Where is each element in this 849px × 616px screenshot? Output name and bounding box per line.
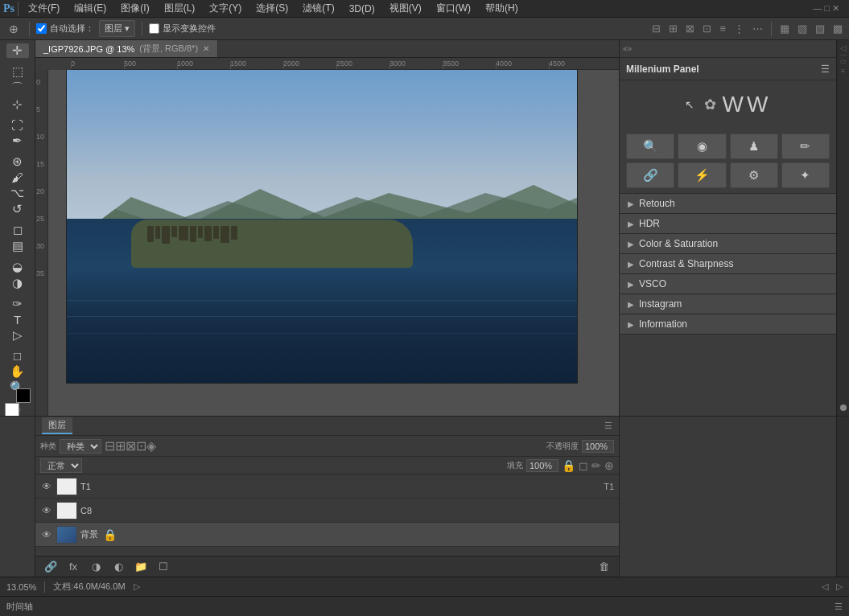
align-icon-1[interactable]: ⊟	[650, 23, 662, 35]
layer-row-c8[interactable]: 👁 C8	[35, 499, 619, 523]
opacity-input[interactable]	[582, 440, 614, 453]
brush-tool[interactable]: 🖌	[6, 170, 29, 184]
layers-panel-menu[interactable]: ☰	[604, 421, 612, 431]
eraser-tool[interactable]: ◻	[6, 223, 29, 237]
fill-input[interactable]	[526, 459, 558, 472]
selection-tool[interactable]: ⬚	[6, 64, 29, 79]
document-tab[interactable]: _IGP7926.JPG @ 13% (背景, RGB/8*) ✕	[35, 40, 218, 57]
lock-icon[interactable]: 🔒	[562, 459, 575, 472]
link-layers-btn[interactable]: 🔗	[42, 559, 60, 575]
align-icon-4[interactable]: ⊡	[701, 23, 713, 35]
bg-color-swatch[interactable]	[16, 388, 31, 403]
layout-icon-3[interactable]: ▨	[814, 23, 826, 35]
accordion-hdr-header[interactable]: ▶ HDR	[620, 214, 836, 233]
status-scroll-right[interactable]: ▷	[836, 581, 843, 592]
fg-color-swatch[interactable]	[5, 403, 19, 416]
add-style-btn[interactable]: fx	[64, 559, 82, 575]
accordion-retouch-header[interactable]: ▶ Retouch	[620, 194, 836, 213]
layer-type-select[interactable]: 图层 ▾	[99, 20, 135, 37]
status-expand-btn[interactable]: ▷	[134, 581, 140, 592]
text-tool[interactable]: T	[6, 313, 29, 326]
layer-t1-visibility[interactable]: 👁	[40, 480, 53, 493]
panel-tool6-btn[interactable]: ⚡	[678, 162, 726, 188]
shape-tool[interactable]: □	[6, 349, 29, 363]
layout-icon-1[interactable]: ▦	[778, 23, 791, 35]
menu-select[interactable]: 选择(S)	[249, 0, 295, 17]
menu-image[interactable]: 图像(I)	[114, 0, 155, 17]
far-right-btn-3[interactable]: ≡	[841, 68, 845, 75]
menu-edit[interactable]: 编辑(E)	[68, 0, 113, 17]
menu-file[interactable]: 文件(F)	[22, 0, 66, 17]
spot-heal-tool[interactable]: ⊛	[6, 154, 29, 169]
far-right-btn-2[interactable]: ▭	[840, 58, 847, 65]
transform-checkbox[interactable]: 显示变换控件	[149, 23, 216, 35]
layout-icon-4[interactable]: ▩	[831, 23, 844, 35]
accordion-color-header[interactable]: ▶ Color & Saturation	[620, 234, 836, 253]
gradient-tool[interactable]: ▤	[6, 239, 29, 253]
accordion-information-header[interactable]: ▶ Information	[620, 314, 836, 334]
move-tool[interactable]: ✛	[6, 43, 29, 58]
distribute-icon-2[interactable]: ⋮	[732, 23, 746, 35]
align-icon-3[interactable]: ⊠	[684, 23, 696, 35]
layers-tab[interactable]: 图层	[42, 417, 72, 434]
panel-collapse-arrows[interactable]: «»	[623, 44, 632, 53]
layer-c8-visibility[interactable]: 👁	[40, 504, 53, 517]
distribute-icon-1[interactable]: ≡	[718, 23, 727, 35]
add-layer-btn[interactable]: ☐	[155, 559, 172, 575]
dodge-tool[interactable]: ◑	[6, 276, 29, 290]
menu-view[interactable]: 视图(V)	[383, 0, 428, 17]
blend-mode-select[interactable]: 正常	[40, 458, 82, 473]
add-adjustment-btn[interactable]: ◐	[109, 559, 127, 575]
menu-filter[interactable]: 滤镜(T)	[296, 0, 340, 17]
tab-close-btn[interactable]: ✕	[203, 44, 209, 53]
canvas-image[interactable]	[66, 70, 578, 384]
canvas-main[interactable]	[48, 70, 619, 416]
history-brush[interactable]: ↺	[6, 202, 29, 216]
hand-tool[interactable]: ✋	[6, 364, 29, 379]
layer-row-t1[interactable]: 👁 T1 T1	[35, 474, 619, 499]
status-scroll-left[interactable]: ◁	[822, 581, 828, 592]
blur-tool[interactable]: ◒	[6, 260, 29, 274]
panel-eye-btn[interactable]: ◉	[678, 133, 726, 159]
accordion-contrast-header[interactable]: ▶ Contrast & Sharpness	[620, 254, 836, 273]
menu-layer[interactable]: 图层(L)	[158, 0, 202, 17]
accordion-instagram-header[interactable]: ▶ Instagram	[620, 294, 836, 314]
panel-zoom-btn[interactable]: 🔍	[626, 133, 674, 159]
crop-tool[interactable]: ⛶	[6, 118, 29, 132]
timeline-menu[interactable]: ☰	[835, 602, 843, 612]
panel-collapse-bar: «»	[620, 40, 836, 58]
layout-icon-2[interactable]: ▧	[796, 23, 809, 35]
distribute-icon-3[interactable]: ⋯	[751, 23, 765, 35]
lock-position-icon[interactable]: ⊕	[604, 459, 614, 472]
panel-cpu-btn[interactable]: ⚙	[730, 162, 778, 188]
pen-tool[interactable]: ✑	[6, 297, 29, 311]
move-tool-icon[interactable]: ⊕	[5, 20, 23, 38]
far-right-btn-1[interactable]: ◁	[840, 43, 847, 52]
align-icon-2[interactable]: ⊞	[667, 23, 679, 35]
clone-tool[interactable]: ⌥	[6, 186, 29, 200]
add-group-btn[interactable]: 📁	[132, 559, 150, 575]
add-mask-btn[interactable]: ◑	[87, 559, 105, 575]
panel-tool4-btn[interactable]: ✏	[781, 133, 830, 159]
auto-select-checkbox[interactable]: 自动选择：	[36, 23, 94, 35]
lock-transparent-icon[interactable]: ◻	[579, 459, 588, 472]
delete-layer-btn[interactable]: 🗑	[595, 559, 612, 575]
panel-menu-icon[interactable]: ☰	[821, 64, 830, 75]
eyedropper-tool[interactable]: ✒	[6, 133, 29, 148]
menu-text[interactable]: 文字(Y)	[203, 0, 248, 17]
contrast-sharpness-label: Contrast & Sharpness	[639, 258, 733, 269]
layer-bg-visibility[interactable]: 👁	[40, 528, 53, 541]
menu-window[interactable]: 窗口(W)	[430, 0, 477, 17]
quick-select-tool[interactable]: ⊹	[6, 97, 29, 112]
accordion-vsco-header[interactable]: ▶ VSCO	[620, 274, 836, 294]
lock-pixel-icon[interactable]: ✏	[591, 459, 601, 472]
panel-tool5-btn[interactable]: 🔗	[626, 162, 674, 188]
menu-help[interactable]: 帮助(H)	[479, 0, 525, 17]
path-tool[interactable]: ▷	[6, 328, 29, 343]
menu-3d[interactable]: 3D(D)	[343, 2, 381, 16]
panel-person-btn[interactable]: ♟	[730, 133, 778, 159]
layer-kind-select[interactable]: 种类	[60, 439, 101, 454]
panel-star-btn[interactable]: ✦	[781, 162, 830, 188]
lasso-tool[interactable]: ⌒	[6, 80, 29, 96]
layer-row-background[interactable]: 👁 背景 🔒	[35, 523, 619, 547]
